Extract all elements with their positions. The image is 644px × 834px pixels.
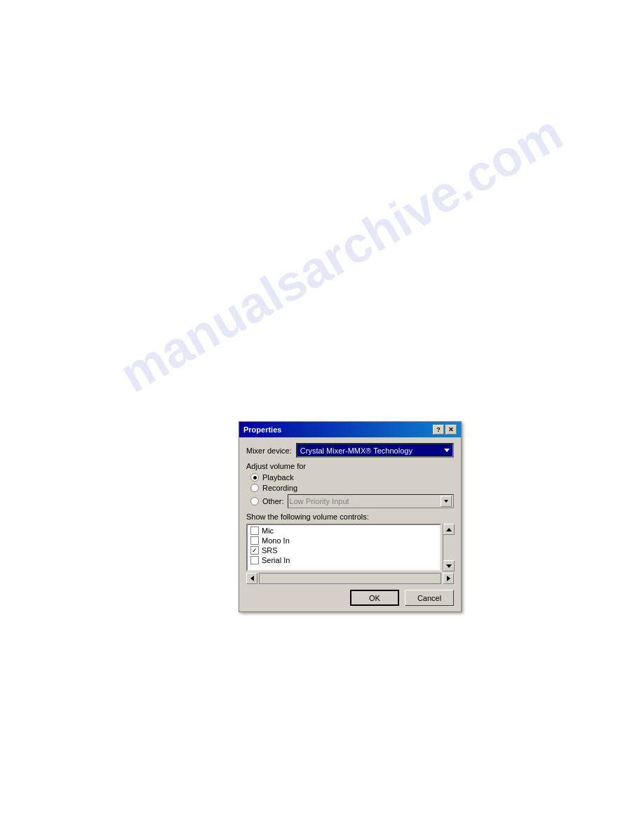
other-select-arrow-btn[interactable] bbox=[441, 496, 452, 507]
dialog-titlebar: Properties ? ✕ bbox=[239, 422, 461, 437]
other-radio[interactable] bbox=[250, 497, 259, 505]
radio-group: Playback Recording Other: Low Priority I… bbox=[250, 473, 454, 508]
checkbox-list-area: Mic Mono In SRS Serial In bbox=[246, 524, 454, 571]
cancel-button[interactable]: Cancel bbox=[405, 590, 454, 606]
ok-button[interactable]: OK bbox=[350, 590, 399, 606]
other-select-value: Low Priority Input bbox=[290, 497, 349, 505]
playback-radio[interactable] bbox=[250, 473, 259, 482]
checkbox-list: Mic Mono In SRS Serial In bbox=[246, 524, 441, 571]
help-button[interactable]: ? bbox=[433, 425, 444, 435]
horizontal-scrollbar-row bbox=[246, 573, 454, 584]
srs-checkbox-row: SRS bbox=[250, 546, 437, 555]
monoin-label: Mono In bbox=[262, 536, 290, 545]
monoin-checkbox[interactable] bbox=[250, 536, 259, 545]
other-label: Other: bbox=[262, 497, 284, 505]
close-button[interactable]: ✕ bbox=[445, 425, 457, 435]
scroll-track[interactable] bbox=[443, 535, 454, 560]
serialin-checkbox-row: Serial In bbox=[250, 556, 437, 564]
button-row: OK Cancel bbox=[246, 590, 454, 606]
scroll-right-button[interactable] bbox=[443, 573, 454, 584]
show-controls-label: Show the following volume controls: bbox=[246, 512, 454, 521]
serialin-checkbox[interactable] bbox=[250, 556, 259, 564]
scroll-down-button[interactable] bbox=[443, 560, 455, 571]
other-dropdown-arrow-icon bbox=[444, 500, 448, 503]
playback-label: Playback bbox=[262, 473, 294, 482]
mic-checkbox[interactable] bbox=[250, 527, 259, 535]
mic-label: Mic bbox=[262, 527, 274, 535]
watermark: manualsarchive.com bbox=[110, 103, 572, 403]
scroll-up-button[interactable] bbox=[443, 524, 455, 535]
dialog-body: Mixer device: Crystal Mixer-MMX® Technol… bbox=[239, 437, 461, 611]
other-select[interactable]: Low Priority Input bbox=[288, 494, 454, 508]
playback-radio-row: Playback bbox=[250, 473, 454, 482]
dialog-title: Properties bbox=[243, 425, 281, 434]
mixer-device-row: Mixer device: Crystal Mixer-MMX® Technol… bbox=[246, 443, 454, 458]
adjust-volume-label: Adjust volume for bbox=[246, 462, 454, 470]
scroll-left-icon bbox=[250, 576, 254, 581]
mixer-device-select[interactable]: Crystal Mixer-MMX® Technology bbox=[296, 443, 454, 458]
srs-checkbox[interactable] bbox=[250, 546, 259, 555]
serialin-label: Serial In bbox=[262, 556, 290, 564]
mixer-device-arrow-icon bbox=[444, 449, 450, 452]
recording-radio-row: Recording bbox=[250, 484, 454, 492]
properties-dialog: Properties ? ✕ Mixer device: Crystal Mix… bbox=[239, 421, 462, 612]
scroll-up-icon bbox=[446, 528, 452, 531]
vertical-scrollbar[interactable] bbox=[443, 524, 454, 571]
srs-label: SRS bbox=[262, 546, 278, 555]
mixer-device-label: Mixer device: bbox=[246, 446, 292, 455]
mixer-device-value: Crystal Mixer-MMX® Technology bbox=[300, 446, 412, 455]
recording-label: Recording bbox=[262, 484, 297, 492]
mic-checkbox-row: Mic bbox=[250, 527, 437, 535]
monoin-checkbox-row: Mono In bbox=[250, 536, 437, 545]
scroll-down-icon bbox=[446, 564, 452, 568]
scroll-left-button[interactable] bbox=[246, 573, 257, 584]
hscroll-track[interactable] bbox=[259, 573, 441, 584]
other-radio-row: Other: Low Priority Input bbox=[250, 494, 454, 508]
recording-radio[interactable] bbox=[250, 484, 259, 492]
scroll-right-icon bbox=[447, 576, 450, 581]
titlebar-buttons: ? ✕ bbox=[433, 425, 457, 435]
